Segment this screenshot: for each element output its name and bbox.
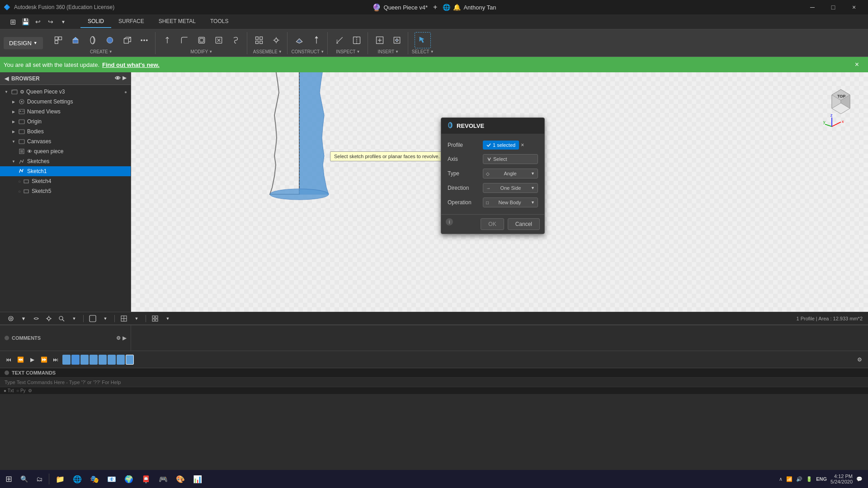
timeline-prev-button[interactable]: ⏪: [15, 355, 25, 365]
construct-plane-icon[interactable]: [291, 32, 307, 48]
snap-icon[interactable]: [5, 313, 16, 324]
title-add-tab[interactable]: +: [430, 3, 440, 11]
direction-select[interactable]: → One Side ▼: [483, 183, 538, 193]
create-new-component-icon[interactable]: [50, 32, 66, 48]
layout-icon[interactable]: [150, 313, 160, 324]
create-revolve-icon[interactable]: [85, 32, 101, 48]
info-button[interactable]: i: [446, 218, 453, 225]
taskbar-clock[interactable]: 4:12 PM 5/24/2020: [830, 474, 853, 484]
start-button[interactable]: ⊞: [2, 471, 16, 487]
viewport[interactable]: Select sketch profiles or planar faces t…: [131, 72, 868, 312]
tab-sheet-metal[interactable]: SHEET METAL: [151, 15, 203, 28]
comments-settings-icon[interactable]: ⚙: [116, 335, 121, 341]
title-notification-icon[interactable]: 🔔: [453, 4, 461, 11]
profile-selected-button[interactable]: 1 selected: [483, 141, 519, 150]
assemble-joint-icon[interactable]: [268, 32, 284, 48]
save-button[interactable]: 💾: [20, 16, 31, 27]
grid-chevron[interactable]: ▼: [131, 313, 142, 324]
create-more-icon[interactable]: [136, 32, 152, 48]
taskbar-edge[interactable]: 🌐: [69, 471, 85, 487]
tree-item-bodies[interactable]: ▶ Bodies: [0, 127, 131, 136]
notification-close-button[interactable]: ×: [849, 61, 864, 69]
comments-expand-icon[interactable]: ▶: [123, 335, 126, 341]
display-settings-icon[interactable]: ▼: [18, 313, 29, 324]
close-button[interactable]: ×: [844, 0, 864, 14]
orbit-icon[interactable]: [31, 313, 42, 324]
tree-item-sketch5[interactable]: ○ Sketch5: [0, 186, 131, 196]
view-cube[interactable]: TOP x y z: [823, 81, 859, 117]
browser-back-icon[interactable]: ◀: [5, 75, 9, 82]
layout-chevron[interactable]: ▼: [162, 313, 173, 324]
zoom-icon[interactable]: [56, 313, 67, 324]
grid-icon[interactable]: [118, 313, 129, 324]
timeline-settings-gear[interactable]: ⚙: [854, 355, 864, 365]
redo-button[interactable]: ↪: [45, 16, 56, 27]
taskbar-maps[interactable]: 🌍: [121, 471, 137, 487]
tab-tools[interactable]: TOOLS: [203, 15, 236, 28]
timeline-item-2[interactable]: [71, 355, 80, 365]
modify-fillet-icon[interactable]: [176, 32, 193, 48]
cancel-button[interactable]: Cancel: [508, 218, 540, 230]
type-select[interactable]: ◇ Angle ▼: [483, 169, 538, 178]
browser-eye-icon[interactable]: 👁: [115, 75, 121, 82]
tree-eye-root[interactable]: ●: [124, 89, 127, 94]
taskbar-explorer[interactable]: 📁: [52, 471, 68, 487]
select-label[interactable]: SELECT ▼: [412, 49, 434, 54]
visual-style-chevron[interactable]: ▼: [100, 313, 111, 324]
taskbar-windows-media[interactable]: 🎭: [86, 471, 103, 487]
search-button[interactable]: 🔍: [17, 471, 32, 487]
insert-label[interactable]: INSERT ▼: [378, 49, 399, 54]
taskbar-outlook[interactable]: 📮: [138, 471, 154, 487]
taskbar-chevron-up[interactable]: ∧: [779, 476, 783, 482]
tree-item-named-views[interactable]: ▶ Named Views: [0, 107, 131, 117]
timeline-item-1[interactable]: [62, 355, 71, 365]
pan-icon[interactable]: [43, 313, 54, 324]
browser-expand-icon[interactable]: ▶: [123, 75, 126, 82]
modify-label[interactable]: MODIFY ▼: [190, 49, 212, 54]
timeline-item-3[interactable]: [80, 355, 89, 365]
construct-label[interactable]: CONSTRUCT ▼: [291, 49, 324, 54]
insert-decal-icon[interactable]: [389, 32, 405, 48]
axis-select-button[interactable]: Select: [483, 154, 538, 164]
insert-canvas-icon[interactable]: [372, 32, 388, 48]
title-user-name[interactable]: Anthony Tan: [463, 4, 496, 11]
tree-item-sketches[interactable]: ▼ Sketches: [0, 156, 131, 166]
undo-button[interactable]: ↩: [33, 16, 43, 27]
construct-axis-icon[interactable]: [308, 32, 325, 48]
tab-surface[interactable]: SURFACE: [111, 15, 151, 28]
modify-press-pull-icon[interactable]: [159, 32, 175, 48]
taskbar-mail[interactable]: 📧: [104, 471, 120, 487]
timeline-item-7[interactable]: [117, 355, 125, 365]
create-label[interactable]: CREATE ▼: [90, 49, 113, 54]
tree-item-sketch1[interactable]: Sketch1: [0, 166, 131, 176]
inspect-label[interactable]: INSPECT ▼: [336, 49, 360, 54]
inspect-section-icon[interactable]: [349, 32, 365, 48]
assemble-label[interactable]: ASSEMBLE ▼: [253, 49, 282, 54]
taskbar-steam[interactable]: 🎮: [155, 471, 171, 487]
create-box-icon[interactable]: [119, 32, 135, 48]
tree-item-root[interactable]: ▼ ⚙ Queen Piece v3 ●: [0, 87, 131, 97]
timeline-item-8[interactable]: [126, 355, 134, 365]
assemble-new-component-icon[interactable]: [251, 32, 267, 48]
modify-scale-icon[interactable]: [211, 32, 227, 48]
timeline-play-button[interactable]: ▶: [27, 355, 37, 365]
notification-link[interactable]: Find out what's new.: [102, 61, 160, 68]
text-commands-input[interactable]: [0, 377, 868, 387]
qa-more-button[interactable]: ▼: [58, 16, 69, 27]
operation-select[interactable]: □ New Body ▼: [483, 197, 538, 207]
timeline-item-6[interactable]: [108, 355, 116, 365]
modify-shell-icon[interactable]: [193, 32, 210, 48]
profile-clear-icon[interactable]: ×: [521, 142, 524, 148]
tree-item-origin[interactable]: ▶ Origin: [0, 117, 131, 127]
create-extrude-icon[interactable]: [67, 32, 84, 48]
task-view-button[interactable]: 🗂: [33, 471, 46, 487]
inspect-measure-icon[interactable]: [331, 32, 348, 48]
timeline-item-4[interactable]: [90, 355, 98, 365]
visual-style-icon[interactable]: [87, 313, 98, 324]
zoom-chevron[interactable]: ▼: [69, 313, 80, 324]
taskbar-excel[interactable]: 📊: [189, 471, 206, 487]
fx-icon[interactable]: [228, 32, 244, 48]
create-sphere-icon[interactable]: [102, 32, 118, 48]
tree-item-sketch4[interactable]: ○ Sketch4: [0, 176, 131, 186]
timeline-start-button[interactable]: ⏮: [4, 355, 14, 365]
